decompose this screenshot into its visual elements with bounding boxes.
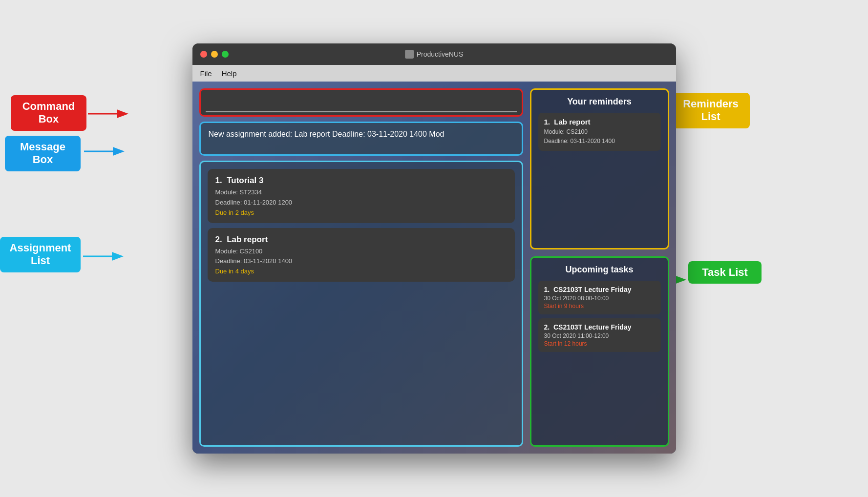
menu-bar: File Help (192, 65, 676, 82)
reminder-card-1: 1. Lab report Module: CS2100 Deadline: 0… (538, 113, 661, 151)
tasks-title: Upcoming tasks (538, 265, 661, 275)
tasks-section: Upcoming tasks 1. CS2103T Lecture Friday… (530, 256, 669, 447)
app-window: ProductiveNUS File Help New assignment a… (192, 43, 676, 454)
task-meta-2: 30 Oct 2020 11:00-12:00 (544, 332, 655, 339)
task-start-1: Start in 9 hours (544, 303, 655, 310)
message-box-label: Message Box (5, 136, 81, 171)
task-card-1: 1. CS2103T Lecture Friday 30 Oct 2020 08… (538, 281, 661, 314)
assignment-card-1: 1. Tutorial 3 Module: ST2334 Deadline: 0… (208, 169, 515, 223)
app-icon (405, 50, 414, 59)
assignment-card-2: 2. Lab report Module: CS2100 Deadline: 0… (208, 228, 515, 282)
command-underline (206, 111, 517, 112)
minimize-button[interactable] (211, 51, 218, 58)
task-card-2: 2. CS2103T Lecture Friday 30 Oct 2020 11… (538, 318, 661, 352)
message-text: New assignment added: Lab report Deadlin… (209, 130, 445, 138)
main-content: New assignment added: Lab report Deadlin… (192, 82, 676, 454)
message-box-arrow (82, 144, 126, 159)
close-button[interactable] (200, 51, 207, 58)
task-list-label: Task List (688, 261, 762, 284)
maximize-button[interactable] (222, 51, 229, 58)
message-box: New assignment added: Lab report Deadlin… (199, 122, 523, 156)
window-controls (200, 51, 229, 58)
assignment-meta-1: Module: ST2334 Deadline: 01-11-2020 1200 (215, 187, 507, 208)
command-box-arrow (85, 106, 129, 121)
assignment-list-arrow (81, 249, 125, 264)
reminders-title: Your reminders (538, 97, 661, 107)
assignment-list[interactable]: 1. Tutorial 3 Module: ST2334 Deadline: 0… (199, 161, 523, 447)
task-meta-1: 30 Oct 2020 08:00-10:00 (544, 295, 655, 302)
right-panel: Your reminders 1. Lab report Module: CS2… (530, 88, 669, 447)
reminder-meta-1: Module: CS2100 Deadline: 03-11-2020 1400 (544, 127, 655, 146)
left-panel: New assignment added: Lab report Deadlin… (199, 88, 523, 447)
window-title: ProductiveNUS (405, 50, 464, 59)
reminders-section: Your reminders 1. Lab report Module: CS2… (530, 88, 669, 249)
reminders-list-label: Reminders List (672, 93, 750, 128)
command-input[interactable] (206, 93, 517, 110)
task-title-1: 1. CS2103T Lecture Friday (544, 286, 655, 293)
command-box (199, 88, 523, 117)
assignment-title-1: 1. Tutorial 3 (215, 176, 507, 186)
reminder-title-1: 1. Lab report (544, 118, 655, 126)
app-title-text: ProductiveNUS (417, 50, 464, 58)
command-box-label: Command Box (11, 95, 86, 131)
assignment-due-1: Due in 2 days (215, 209, 507, 216)
task-start-2: Start in 12 hours (544, 340, 655, 347)
task-title-2: 2. CS2103T Lecture Friday (544, 323, 655, 331)
assignment-meta-2: Module: CS2100 Deadline: 03-11-2020 1400 (215, 247, 507, 267)
title-bar: ProductiveNUS (192, 43, 676, 65)
menu-file[interactable]: File (200, 69, 212, 78)
assignment-title-2: 2. Lab report (215, 235, 507, 245)
menu-help[interactable]: Help (222, 69, 237, 78)
assignment-due-2: Due in 4 days (215, 268, 507, 275)
outer-wrapper: Command Box Message Box Assignment List … (0, 0, 868, 497)
assignment-list-label: Assignment List (0, 237, 81, 272)
